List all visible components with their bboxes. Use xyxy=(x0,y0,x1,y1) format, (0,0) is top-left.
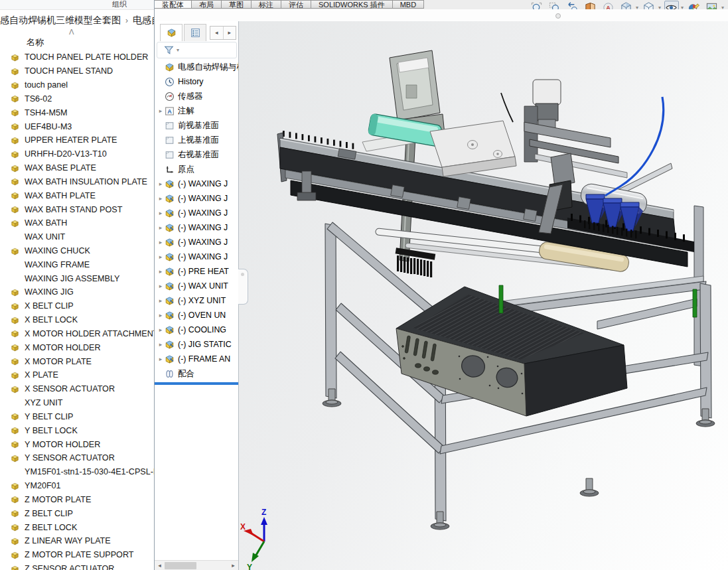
breadcrumb-current[interactable]: 电感自动焊 xyxy=(133,15,154,25)
file-list-item[interactable]: YM15F01-stn1-15-030-4E1-CPSL-D xyxy=(0,465,154,479)
expand-arrow-icon[interactable]: ▸ xyxy=(157,180,164,187)
tree-item[interactable]: ▸(-) WAXING J xyxy=(155,191,239,206)
ribbon-tab-装配体[interactable]: 装配体 xyxy=(154,0,192,9)
file-list-item[interactable]: X PLATE xyxy=(0,368,154,382)
file-list-item[interactable]: WAXING JIG ASSEMBLY xyxy=(0,271,154,285)
tree-item[interactable]: 右视基准面 xyxy=(155,147,239,162)
ribbon-tab-SOLIDWORKS 插件[interactable]: SOLIDWORKS 插件 xyxy=(311,0,393,9)
file-list-item[interactable]: TOUCH PANEL STAND xyxy=(0,64,154,78)
file-list-item[interactable]: Y BELT LOCK xyxy=(0,423,154,437)
expand-arrow-icon[interactable]: ▸ xyxy=(157,224,164,231)
scroll-left-icon[interactable]: ◂ xyxy=(155,562,165,569)
file-list-item[interactable]: Z BELT CLIP xyxy=(0,506,154,520)
ribbon-tab-草图[interactable]: 草图 xyxy=(221,0,252,9)
tree-item[interactable]: ▸A注解 xyxy=(155,104,239,118)
file-list-item[interactable]: X MOTOR PLATE xyxy=(0,354,154,368)
file-list-item[interactable]: TOUCH PANEL PLATE HOLDER xyxy=(0,50,154,64)
file-list-item[interactable]: TS6-02 xyxy=(0,92,154,106)
file-list-item[interactable]: Z MOTOR PLATE SUPPORT xyxy=(0,548,154,562)
file-list-item[interactable]: WAX UNIT xyxy=(0,230,154,244)
tree-horizontal-scrollbar[interactable]: ◂ ▸ xyxy=(155,560,238,570)
expand-arrow-icon[interactable]: ▸ xyxy=(157,283,164,289)
expand-arrow-icon[interactable]: ▸ xyxy=(157,312,164,319)
file-list-item[interactable]: WAXING FRAME xyxy=(0,257,154,271)
filter-caret-icon[interactable]: ▾ xyxy=(177,47,179,53)
tree-item[interactable]: 上视基准面 xyxy=(155,133,239,147)
file-list-item[interactable]: Z SENSOR ACTUATOR xyxy=(0,562,154,570)
tree-item[interactable]: ▸(-) WAXING J xyxy=(155,206,239,220)
tree-item[interactable]: 电感自动焊锡与检 xyxy=(155,60,239,74)
column-header-name[interactable]: 名称 xyxy=(27,36,44,48)
expand-arrow-icon[interactable]: ▸ xyxy=(157,195,164,202)
tree-item[interactable]: ▸(-) PRE HEAT xyxy=(155,264,239,279)
file-list-item[interactable]: XYZ UNIT xyxy=(0,396,154,410)
file-list-item[interactable]: YM20F01 xyxy=(0,479,154,493)
file-list-item[interactable]: Y BELT CLIP xyxy=(0,410,154,424)
ribbon-tab-布局[interactable]: 布局 xyxy=(191,0,222,9)
file-list-item[interactable]: WAX BATH PLATE xyxy=(0,188,154,202)
expand-arrow-icon[interactable]: ▸ xyxy=(157,253,164,260)
file-list-item[interactable]: UPPER HEATER PLATE xyxy=(0,133,154,147)
expand-arrow-icon[interactable]: ▸ xyxy=(157,268,164,275)
tab-property-manager[interactable] xyxy=(184,24,206,41)
tree-splitter[interactable] xyxy=(155,382,239,385)
file-list-item[interactable]: URHFH-D20-V13-T10 xyxy=(0,147,154,161)
tree-item[interactable]: History xyxy=(155,74,239,89)
file-list-item[interactable]: X MOTOR HOLDER xyxy=(0,340,154,354)
file-list-item[interactable]: WAX BATH INSULATION PLATE xyxy=(0,175,154,188)
tab-scroll-left-icon[interactable]: ◂ xyxy=(210,27,223,39)
ribbon-tab-评估[interactable]: 评估 xyxy=(281,0,311,9)
tree-item[interactable]: ▸(-) XYZ UNIT xyxy=(155,293,239,308)
tree-item[interactable]: ▸(-) WAXING J xyxy=(155,177,239,191)
file-list-item[interactable]: WAXING CHUCK xyxy=(0,244,154,258)
tab-scroll-right-icon[interactable]: ▸ xyxy=(223,27,236,39)
file-list-item[interactable]: Z MOTOR PLATE xyxy=(0,493,154,507)
tree-filter[interactable]: ▾ xyxy=(157,42,237,58)
panel-flyout-handle[interactable] xyxy=(238,269,248,305)
file-list-item[interactable]: WAX BASE PLATE xyxy=(0,161,154,175)
file-list-item[interactable]: X MOTOR HOLDER ATTACHMENT xyxy=(0,327,154,341)
cad-model-canvas[interactable]: Z X Y xyxy=(239,21,728,570)
sort-indicator-icon[interactable]: ᐱ xyxy=(69,28,74,36)
expand-arrow-icon[interactable]: ▸ xyxy=(157,239,164,246)
scrollbar-thumb[interactable] xyxy=(165,562,196,569)
file-list-item[interactable]: X SENSOR ACTUATOR xyxy=(0,382,154,396)
tree-item[interactable]: 传感器 xyxy=(155,89,239,104)
tree-item[interactable]: 配合 xyxy=(155,366,239,381)
tree-item[interactable]: ▸(-) WAXING J xyxy=(155,220,239,235)
file-list-item[interactable]: UEF4BU-M3 xyxy=(0,119,154,133)
ribbon-tab-MBD[interactable]: MBD xyxy=(392,0,424,9)
expand-arrow-icon[interactable]: ▸ xyxy=(157,341,164,348)
file-list-item[interactable]: Y MOTOR HOLDER xyxy=(0,437,154,451)
file-list-item[interactable]: TSH4-M5M xyxy=(0,106,154,119)
file-list-item[interactable]: Y SENSOR ACTUATOR xyxy=(0,451,154,465)
breadcrumb-segment[interactable]: 感自动焊锡机三维模型全套图 xyxy=(0,15,121,25)
tab-feature-tree[interactable] xyxy=(160,24,182,41)
tree-item[interactable]: 原点 xyxy=(155,162,239,177)
organize-menu[interactable]: 组织 xyxy=(100,0,139,9)
expand-arrow-icon[interactable]: ▸ xyxy=(157,297,164,304)
tree-item[interactable]: ▸(-) WAX UNIT xyxy=(155,279,239,293)
expand-arrow-icon[interactable]: ▸ xyxy=(157,326,164,333)
expand-arrow-icon[interactable]: ▸ xyxy=(157,356,164,362)
file-list-item[interactable]: X BELT LOCK xyxy=(0,313,154,327)
tree-item[interactable]: ▸(-) JIG STATIC xyxy=(155,337,239,352)
ribbon-tab-标注[interactable]: 标注 xyxy=(251,0,281,9)
tree-item[interactable]: ▸(-) COOLING xyxy=(155,322,239,337)
file-list-item[interactable]: WAX BATH STAND POST xyxy=(0,202,154,216)
file-list-item[interactable]: Z LINEAR WAY PLATE xyxy=(0,534,154,548)
file-list-item[interactable]: Z BELT LOCK xyxy=(0,520,154,534)
file-list-item[interactable]: X BELT CLIP xyxy=(0,299,154,313)
scroll-right-icon[interactable]: ▸ xyxy=(228,562,238,569)
touch-panel-monitor[interactable] xyxy=(390,50,445,261)
tree-item[interactable]: ▸(-) FRAME AN xyxy=(155,352,239,366)
cad-model[interactable] xyxy=(277,50,715,530)
tree-item[interactable]: 前视基准面 xyxy=(155,118,239,133)
tree-item[interactable]: ▸(-) OVEN UN xyxy=(155,308,239,322)
file-list-item[interactable]: WAXING JIG xyxy=(0,285,154,299)
tree-item[interactable]: ▸(-) WAXING J xyxy=(155,235,239,249)
tree-item[interactable]: ▸(-) WAXING J xyxy=(155,249,239,264)
expand-arrow-icon[interactable]: ▸ xyxy=(157,210,164,216)
expand-arrow-icon[interactable]: ▸ xyxy=(157,107,164,114)
ribbon-pin-handle[interactable] xyxy=(555,13,561,19)
